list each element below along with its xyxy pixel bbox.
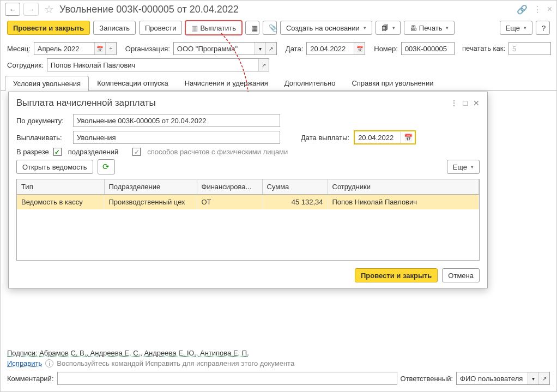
pay-button[interactable]: ▥Выплатить [185, 21, 242, 35]
post-button[interactable]: Провести [139, 21, 183, 35]
more-button[interactable]: Еще [500, 21, 532, 35]
payment-table: Тип Подразделение Финансирова... Сумма С… [16, 179, 480, 261]
col-sum[interactable]: Сумма [262, 179, 328, 195]
month-input[interactable] [34, 43, 94, 55]
link-icon[interactable]: 🔗 [517, 4, 528, 15]
comment-input[interactable] [57, 372, 397, 385]
pay-date-field[interactable]: 📅 [354, 130, 416, 144]
date-field[interactable]: 📅 [306, 42, 365, 55]
dialog-more-button[interactable]: Еще [447, 160, 480, 174]
checkbox-method-label: способов расчетов с физическими лицами [147, 148, 288, 156]
tab-certificates[interactable]: Справки при увольнении [343, 75, 441, 91]
resp-field[interactable]: ▾ ↗ [456, 372, 550, 385]
maximize-icon[interactable]: □ [463, 99, 468, 107]
post-and-close-button[interactable]: Провести и закрыть [7, 21, 90, 35]
attach-icon[interactable]: 📎 [263, 21, 277, 35]
dialog-title: Выплата начисленной зарплаты [16, 98, 156, 108]
comment-label: Комментарий: [7, 375, 54, 383]
pay-date-input[interactable] [355, 134, 401, 142]
fix-hint: Воспользуйтесь командой Исправить для ис… [57, 359, 294, 367]
pay-type-label: Выплачивать: [16, 134, 69, 142]
dialog-cancel-button[interactable]: Отмена [442, 268, 480, 282]
fix-link[interactable]: Исправить [7, 359, 42, 367]
date-label: Дата: [286, 45, 303, 53]
kebab-icon[interactable]: ⋮ [450, 99, 458, 107]
col-fin[interactable]: Финансирова... [197, 179, 262, 195]
pay-button-label: Выплатить [200, 24, 236, 32]
print-button[interactable]: 🖶Печать [404, 21, 455, 35]
dialog-ok-button[interactable]: Провести и закрыть [355, 268, 438, 282]
org-label: Организация: [125, 45, 170, 53]
cell-fin: ОТ [197, 195, 262, 210]
checkbox-dept[interactable] [53, 148, 62, 156]
dropdown-icon[interactable]: ▾ [528, 372, 538, 384]
help-button[interactable]: ? [536, 21, 550, 35]
tab-conditions[interactable]: Условия увольнения [5, 76, 89, 91]
checkbox-dept-label: подразделений [68, 148, 118, 156]
create-based-on-button[interactable]: Создать на основании [280, 21, 372, 35]
open-icon[interactable]: ↗ [538, 372, 549, 384]
col-emp[interactable]: Сотрудники [328, 179, 479, 195]
toolbar-icon-1[interactable]: ▦ [245, 21, 259, 35]
kebab-icon[interactable]: ⋮ [533, 4, 542, 15]
org-field[interactable]: ▾ ↗ [173, 42, 277, 55]
print-label: Печать [419, 24, 443, 32]
date-input[interactable] [307, 43, 354, 55]
signatures-link[interactable]: Подписи: Абрамов С. В., Андреева Е. С., … [7, 349, 249, 357]
print-as-input[interactable] [509, 43, 550, 55]
nav-back[interactable]: ← [5, 3, 20, 16]
table-row[interactable]: Ведомость в кассу Производственный цех О… [17, 195, 479, 210]
dropdown-icon[interactable]: ▾ [255, 43, 265, 55]
tab-accruals[interactable]: Начисления и удержания [177, 75, 276, 91]
number-field[interactable] [401, 42, 455, 55]
pay-type-input[interactable] [73, 131, 280, 144]
calendar-icon[interactable]: 📅 [354, 43, 365, 55]
save-button[interactable]: Записать [93, 21, 136, 35]
nav-forward[interactable]: → [23, 3, 39, 16]
calendar-icon[interactable]: 📅 [401, 131, 415, 143]
number-input[interactable] [402, 43, 454, 55]
favorite-star-icon[interactable]: ☆ [44, 3, 54, 16]
cell-emp: Попов Николай Павлович [328, 195, 479, 210]
cell-type: Ведомость в кассу [17, 195, 104, 210]
resp-input[interactable] [457, 372, 528, 384]
tab-additional[interactable]: Дополнительно [276, 75, 344, 91]
info-icon: i [45, 359, 53, 367]
employee-field[interactable]: ↗ [47, 58, 269, 71]
document-title: Увольнение 003К-000005 от 20.04.2022 [59, 4, 239, 15]
pay-date-label: Дата выплаты: [301, 134, 349, 142]
open-icon[interactable]: ↗ [265, 43, 276, 55]
print-as-field[interactable] [508, 42, 551, 55]
employee-label: Сотрудник: [7, 61, 44, 69]
calendar-icon[interactable]: 📅 [94, 43, 105, 55]
resp-label: Ответственный: [401, 375, 453, 383]
payment-dialog: Выплата начисленной зарплаты ⋮ □ ✕ По до… [8, 92, 488, 288]
number-label: Номер: [374, 45, 398, 53]
tab-compensation[interactable]: Компенсации отпуска [89, 75, 177, 91]
by-doc-label: По документу: [16, 117, 69, 125]
month-label: Месяц: [7, 45, 31, 53]
employee-input[interactable] [47, 59, 258, 71]
close-icon[interactable]: ✕ [473, 99, 480, 107]
cell-dept: Производственный цех [104, 195, 197, 210]
split-label: В разрезе [16, 148, 49, 156]
toolbar-icon-2[interactable]: 🗐 [376, 21, 401, 35]
cell-sum: 45 132,34 [262, 195, 328, 210]
checkbox-method[interactable] [132, 148, 141, 156]
month-field[interactable]: 📅 ÷ [34, 42, 117, 55]
open-icon[interactable]: ↗ [258, 59, 269, 71]
col-type[interactable]: Тип [17, 179, 104, 195]
spinner-icon[interactable]: ÷ [105, 43, 116, 55]
org-input[interactable] [174, 43, 255, 55]
print-as-label: печатать как: [462, 45, 505, 52]
open-sheet-button[interactable]: Открыть ведомость [16, 160, 93, 174]
by-doc-input[interactable] [73, 114, 280, 127]
col-dept[interactable]: Подразделение [104, 179, 197, 195]
close-icon[interactable]: × [547, 4, 552, 14]
refresh-icon[interactable]: ⟳ [98, 159, 115, 174]
